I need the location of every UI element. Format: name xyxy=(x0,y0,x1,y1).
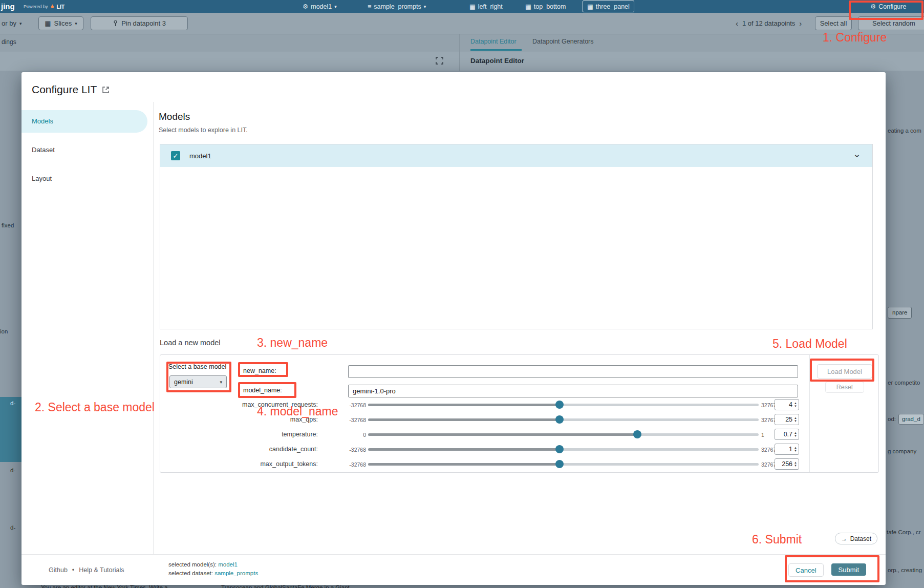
stepper-value: 25 xyxy=(775,416,794,423)
dataset-nav-button[interactable]: → Dataset xyxy=(835,533,877,544)
caret-down-icon: ▾ xyxy=(19,21,22,26)
param-row: candidate_count: -32768 32767 1 ▲▼ xyxy=(160,442,810,456)
check-icon: ✓ xyxy=(173,152,179,160)
powered-by: Powered by LIT xyxy=(24,0,65,13)
dataset-menu-icon: ≡ xyxy=(368,3,371,10)
annotation-step-3: 3. new_name xyxy=(257,336,328,350)
param-stepper[interactable]: 4 ▲▼ xyxy=(775,399,799,410)
param-stepper[interactable]: 1 ▲▼ xyxy=(775,444,799,455)
chevron-down-icon[interactable]: ⌄ xyxy=(853,148,861,160)
stepper-arrows-icon[interactable]: ▲▼ xyxy=(794,461,799,467)
dialog-footer: Github • Help & Tutorials selected model… xyxy=(22,554,886,585)
expand-panel-icon[interactable] xyxy=(436,57,443,65)
param-label: candidate_count: xyxy=(160,446,318,453)
annotation-step-5: 5. Load Model xyxy=(772,337,847,351)
model-row[interactable]: ✓ model1 ⌄ xyxy=(160,144,872,167)
stepper-arrows-icon[interactable]: ▲▼ xyxy=(794,416,799,423)
model-row-label: model1 xyxy=(189,152,211,160)
new-name-input[interactable] xyxy=(348,365,798,378)
dataset-menu-button[interactable]: ≡ sample_prompts ▾ xyxy=(368,0,426,13)
caret-down-icon: ▾ xyxy=(334,4,337,9)
bg-fragment-d2: d- xyxy=(10,467,15,473)
stepper-arrows-icon[interactable]: ▲▼ xyxy=(794,402,799,408)
stepper-arrows-icon[interactable]: ▲▼ xyxy=(794,446,799,452)
slider-fill xyxy=(368,418,560,421)
sidebar-item-dataset[interactable]: Dataset xyxy=(22,139,147,161)
help-tutorials-link[interactable]: Help & Tutorials xyxy=(79,566,124,574)
sidebar-divider xyxy=(153,102,154,554)
model-name-input[interactable] xyxy=(348,385,798,397)
active-tab-underline xyxy=(470,49,522,51)
param-slider[interactable] xyxy=(368,430,759,439)
bg-fragment-d1: d- xyxy=(10,400,15,406)
layout-three-panel-button[interactable]: ▦ three_panel xyxy=(583,1,634,12)
github-link[interactable]: Github xyxy=(49,566,68,574)
selected-model-label: selected model(s): xyxy=(168,561,217,568)
prev-datapoint-icon[interactable]: ‹ xyxy=(736,19,738,28)
stepper-value: 256 xyxy=(775,460,794,468)
top-app-bar: jing Powered by LIT ⚙ model1 ▾ ≡ sample_… xyxy=(0,0,924,13)
layout-left-right-button[interactable]: ▦ left_right xyxy=(469,0,503,13)
annotation-step-6: 6. Submit xyxy=(752,533,802,547)
layout-grid-icon: ▦ xyxy=(525,3,531,10)
open-in-new-icon[interactable] xyxy=(102,86,110,94)
pin-datapoint-button[interactable]: Pin datapoint 3 xyxy=(91,16,188,30)
selected-model-link[interactable]: model1 xyxy=(218,561,238,568)
slider-fill xyxy=(368,463,560,466)
param-slider[interactable] xyxy=(368,445,759,454)
slider-knob[interactable] xyxy=(633,430,641,438)
bg-table-cell-fragment: Transocean and GlobalSantaFe Merge in a … xyxy=(221,584,350,588)
slices-grid-icon: ▦ xyxy=(45,19,51,27)
models-listbox: ✓ model1 ⌄ xyxy=(160,144,873,329)
bg-fragment-corp1: tafe Corp., cr xyxy=(887,529,920,535)
method-fragment: od:grad_d xyxy=(888,414,924,425)
model-checkbox[interactable]: ✓ xyxy=(171,151,180,160)
tab-datapoint-generators[interactable]: Datapoint Generators xyxy=(532,38,594,45)
datapoint-pagination: ‹ 1 of 12 datapoints › xyxy=(736,13,802,34)
stepper-arrows-icon[interactable]: ▲▼ xyxy=(794,431,799,437)
slider-knob[interactable] xyxy=(555,415,564,424)
annotation-box-new-name xyxy=(238,362,288,377)
reset-button[interactable]: Reset xyxy=(825,382,864,393)
param-slider[interactable] xyxy=(368,400,759,409)
slider-knob[interactable] xyxy=(555,401,564,409)
model-gear-icon: ⚙ xyxy=(303,3,308,10)
param-slider[interactable] xyxy=(368,459,759,469)
annotation-box-model-name xyxy=(238,382,296,398)
bg-fragment-ion: ion xyxy=(0,328,8,334)
datapoint-editor-panel-title: Datapoint Editor xyxy=(470,57,524,65)
slider-fill xyxy=(368,433,637,436)
param-stepper[interactable]: 256 ▲▼ xyxy=(775,458,799,470)
stepper-value: 4 xyxy=(775,401,794,408)
slider-knob[interactable] xyxy=(555,445,564,453)
selected-dataset-link[interactable]: sample_prompts xyxy=(214,570,258,576)
model-menu-button[interactable]: ⚙ model1 ▾ xyxy=(303,0,337,13)
method-chip[interactable]: grad_d xyxy=(898,414,924,425)
slider-fill xyxy=(368,448,560,451)
layout-top-bottom-button[interactable]: ▦ top_bottom xyxy=(525,0,566,13)
load-new-model-heading: Load a new model xyxy=(160,339,221,347)
compare-button-fragment[interactable]: npare xyxy=(888,307,912,319)
bg-fragment-fixed: fixed xyxy=(2,222,14,228)
slider-knob[interactable] xyxy=(555,460,564,468)
lit-flame-icon xyxy=(50,4,55,9)
caret-down-icon: ▾ xyxy=(424,4,426,9)
slices-button[interactable]: ▦ Slices ▾ xyxy=(38,16,83,30)
color-by-menu[interactable]: or by ▾ xyxy=(2,13,22,34)
param-stepper[interactable]: 25 ▲▼ xyxy=(775,414,799,425)
tab-datapoint-editor[interactable]: Datapoint Editor xyxy=(470,38,517,45)
next-datapoint-icon[interactable]: › xyxy=(799,19,802,28)
param-stepper[interactable]: 0.7 ▲▼ xyxy=(775,429,799,440)
annotation-box-configure xyxy=(849,1,923,20)
models-section-heading: Models xyxy=(159,111,190,122)
annotation-box-base-model xyxy=(166,362,231,392)
layout-grid-icon: ▦ xyxy=(587,3,593,10)
param-slider[interactable] xyxy=(368,415,759,424)
stepper-value: 1 xyxy=(775,446,794,453)
panel-subheader-row xyxy=(0,52,924,71)
sidebar-item-layout[interactable]: Layout xyxy=(22,167,147,190)
embeddings-panel-title-fragment: dings xyxy=(2,38,16,46)
slider-min-label: -32768 xyxy=(320,461,366,468)
select-all-button[interactable]: Select all xyxy=(815,16,852,30)
sidebar-item-models[interactable]: Models xyxy=(22,110,147,133)
